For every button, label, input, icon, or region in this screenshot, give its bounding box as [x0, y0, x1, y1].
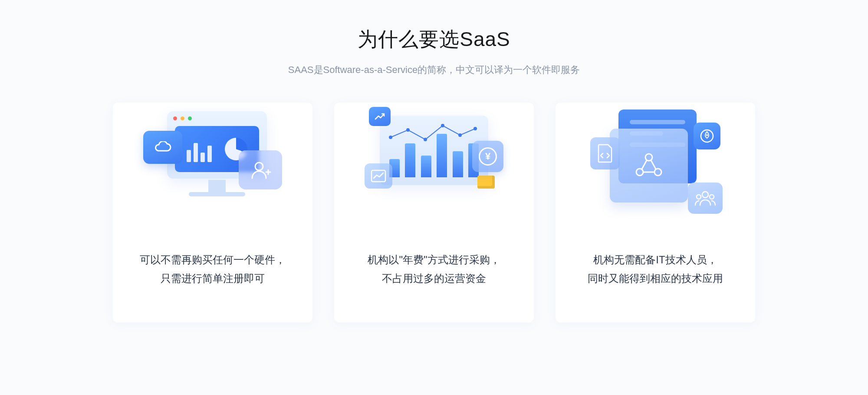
- svg-point-12: [706, 134, 708, 136]
- feature-card-hardware: 可以不需再购买任何一个硬件， 只需进行简单注册即可: [113, 103, 312, 322]
- chart-illustration-icon: ¥: [365, 107, 503, 211]
- monitor-illustration-icon: [143, 107, 282, 211]
- document-illustration-icon: [586, 107, 725, 211]
- card-description: 机构无需配备IT技术人员， 同时又能得到相应的技术应用: [588, 250, 723, 288]
- rocket-icon: [694, 123, 720, 149]
- cloud-icon: [143, 131, 182, 164]
- team-icon: [688, 183, 723, 214]
- coin-stack-icon: [477, 176, 495, 189]
- svg-point-8: [645, 154, 652, 161]
- card-description: 可以不需再购买任何一个硬件， 只需进行简单注册即可: [140, 250, 286, 288]
- section-title: 为什么要选SaaS: [113, 26, 755, 53]
- svg-point-13: [702, 192, 708, 198]
- code-file-icon: [590, 137, 620, 169]
- currency-yen-icon: ¥: [472, 141, 503, 172]
- svg-point-10: [654, 169, 661, 176]
- feature-card-cost: ¥ 机构以"年费"方式进行采购， 不占用过多的运营资金: [334, 103, 534, 322]
- section-subtitle: SAAS是Software-as-a-Service的简称，中文可以译为一个软件…: [113, 63, 755, 76]
- feature-card-tech: 机构无需配备IT技术人员， 同时又能得到相应的技术应用: [556, 103, 755, 322]
- share-icon: [610, 129, 688, 202]
- add-user-icon: [239, 150, 282, 189]
- svg-point-9: [636, 169, 643, 176]
- svg-point-15: [710, 195, 714, 199]
- line-chart-icon: [365, 163, 392, 189]
- card-description: 机构以"年费"方式进行采购， 不占用过多的运营资金: [368, 250, 500, 288]
- svg-point-14: [697, 195, 701, 199]
- feature-cards: 可以不需再购买任何一个硬件， 只需进行简单注册即可: [113, 103, 755, 322]
- svg-point-0: [255, 163, 263, 170]
- trend-up-icon: [369, 107, 391, 126]
